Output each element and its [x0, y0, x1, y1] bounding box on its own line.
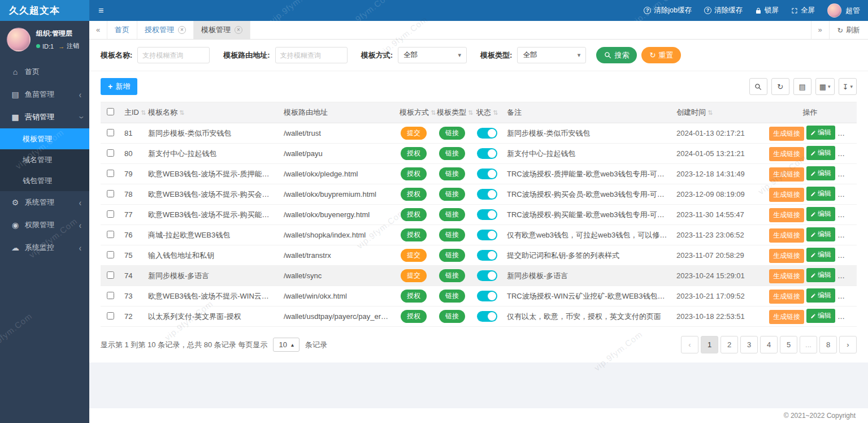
edit-button[interactable]: 编辑: [806, 288, 835, 303]
tab-auth-management[interactable]: 授权管理×: [137, 21, 194, 39]
sort-icon[interactable]: ⇅: [431, 109, 436, 116]
template-method-select[interactable]: 全部▾: [398, 47, 467, 63]
sidebar-item-system-management[interactable]: ⚙系统管理‹: [0, 191, 89, 214]
generate-link-button[interactable]: 生成链接: [769, 269, 804, 283]
next-page-button[interactable]: ›: [839, 336, 857, 353]
sidebar-item-template-management[interactable]: 模板管理: [0, 128, 89, 149]
column-header[interactable]: 模板名称⇅: [144, 102, 279, 123]
generate-link-button[interactable]: 生成链接: [769, 208, 804, 222]
sort-icon[interactable]: ⇅: [708, 109, 713, 116]
row-checkbox[interactable]: [107, 271, 114, 279]
generate-link-button[interactable]: 生成链接: [769, 228, 804, 243]
status-toggle[interactable]: [477, 209, 497, 220]
close-icon[interactable]: ×: [235, 26, 242, 34]
topbar-action-lock-screen[interactable]: 锁屏: [755, 6, 779, 15]
generate-link-button[interactable]: 生成链接: [769, 290, 804, 304]
topbar-action-clear-job-cache[interactable]: ?清除job缓存: [644, 6, 692, 15]
tabs-scroll-right-icon[interactable]: »: [811, 21, 829, 39]
toolbar-search-button[interactable]: [749, 78, 767, 95]
status-toggle[interactable]: [477, 169, 497, 179]
refresh-tab-button[interactable]: ↻ 刷新: [829, 21, 868, 39]
page-size-select[interactable]: 10 ▴: [273, 338, 300, 352]
edit-button[interactable]: 编辑: [806, 248, 835, 262]
profile-avatar[interactable]: [7, 28, 31, 51]
generate-link-button[interactable]: 生成链接: [769, 249, 804, 263]
row-checkbox[interactable]: [107, 210, 114, 218]
column-header[interactable]: 状态⇅: [472, 102, 502, 123]
menu-toggle-icon[interactable]: ≡: [89, 6, 112, 16]
close-icon[interactable]: ×: [178, 26, 186, 34]
page-button-1[interactable]: 1: [701, 336, 718, 353]
topbar-action-clear-cache[interactable]: ?清除缓存: [704, 6, 743, 15]
page-button-4[interactable]: 4: [760, 336, 778, 353]
column-header[interactable]: 模板类型⇅: [432, 102, 472, 123]
row-checkbox[interactable]: [107, 251, 114, 258]
edit-button[interactable]: 编辑: [806, 227, 835, 241]
generate-link-button[interactable]: 生成链接: [769, 310, 804, 324]
sidebar-item-marketing-management[interactable]: ▦营销管理‹: [0, 106, 89, 128]
sort-icon[interactable]: ⇅: [468, 109, 473, 116]
row-checkbox[interactable]: [107, 170, 114, 177]
edit-button[interactable]: 编辑: [806, 268, 835, 282]
toolbar-export-button[interactable]: ↧▾: [839, 78, 857, 95]
row-checkbox[interactable]: [107, 129, 114, 136]
page-button-5[interactable]: 5: [780, 336, 797, 353]
topbar-action-fullscreen[interactable]: 全屏: [791, 6, 815, 15]
row-checkbox[interactable]: [107, 149, 114, 157]
page-button-8[interactable]: 8: [819, 336, 837, 353]
toolbar-columns-button[interactable]: ▦▾: [815, 78, 835, 95]
edit-button[interactable]: 编辑: [806, 126, 835, 140]
select-all-checkbox[interactable]: [107, 108, 114, 115]
sidebar-item-system-monitor[interactable]: ☁系统监控‹: [0, 236, 89, 259]
generate-link-button[interactable]: 生成链接: [769, 127, 804, 141]
sort-icon[interactable]: ⇅: [141, 109, 146, 116]
reset-button[interactable]: ↻ 重置: [641, 47, 681, 63]
sidebar-item-home[interactable]: ⌂首页: [0, 61, 89, 83]
column-header[interactable]: 模板方式⇅: [395, 102, 432, 123]
row-checkbox[interactable]: [107, 292, 114, 299]
generate-link-button[interactable]: 生成链接: [769, 167, 804, 182]
type-badge: 链接: [439, 269, 465, 282]
edit-button[interactable]: 编辑: [806, 207, 835, 221]
generate-link-button[interactable]: 生成链接: [769, 188, 804, 202]
sort-icon[interactable]: ⇅: [179, 109, 184, 116]
column-header[interactable]: 主ID⇅: [120, 102, 144, 123]
sidebar-item-permission-management[interactable]: ◉权限管理‹: [0, 214, 89, 236]
column-header[interactable]: 创建时间⇅: [672, 102, 763, 123]
generate-link-button[interactable]: 生成链接: [769, 147, 804, 161]
sidebar-item-domain-management[interactable]: 域名管理: [0, 149, 89, 170]
status-toggle[interactable]: [477, 311, 497, 322]
status-toggle[interactable]: [477, 270, 497, 281]
status-toggle[interactable]: [477, 230, 497, 240]
status-toggle[interactable]: [477, 250, 497, 261]
sort-icon[interactable]: ⇅: [493, 109, 498, 116]
edit-button[interactable]: 编辑: [806, 166, 835, 180]
template-route-input[interactable]: [275, 47, 348, 63]
tabs-scroll-left-icon[interactable]: «: [89, 21, 107, 39]
sidebar-item-fry-management[interactable]: ▤鱼苗管理‹: [0, 83, 89, 106]
row-checkbox[interactable]: [107, 231, 114, 238]
add-button[interactable]: + 新增: [101, 78, 137, 95]
edit-button[interactable]: 编辑: [806, 309, 835, 323]
page-button-2[interactable]: 2: [721, 336, 738, 353]
row-checkbox[interactable]: [107, 312, 114, 320]
page-button-3[interactable]: 3: [740, 336, 758, 353]
status-toggle[interactable]: [477, 291, 497, 301]
status-toggle[interactable]: [477, 128, 497, 139]
template-name-input[interactable]: [137, 47, 210, 63]
tab-template-management[interactable]: 模板管理×: [194, 21, 250, 39]
edit-button[interactable]: 编辑: [806, 146, 835, 160]
tab-home[interactable]: 首页: [107, 21, 137, 39]
row-checkbox[interactable]: [107, 190, 114, 197]
logout-link[interactable]: 注销: [67, 42, 79, 50]
sidebar-item-wallet-management[interactable]: 钱包管理: [0, 170, 89, 191]
user-menu[interactable]: 超管: [827, 3, 860, 18]
toolbar-log-button[interactable]: ▤: [793, 78, 811, 95]
prev-page-button[interactable]: ‹: [681, 336, 698, 353]
search-button[interactable]: 搜索: [596, 47, 637, 63]
status-toggle[interactable]: [477, 148, 497, 159]
toolbar-refresh-button[interactable]: ↻: [771, 78, 789, 95]
edit-button[interactable]: 编辑: [806, 187, 835, 201]
template-type-select[interactable]: 全部▾: [517, 47, 586, 63]
status-toggle[interactable]: [477, 189, 497, 200]
